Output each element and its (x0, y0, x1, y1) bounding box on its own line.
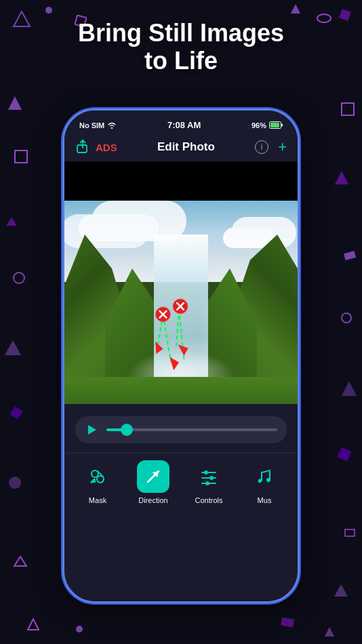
svg-marker-6 (8, 96, 22, 110)
svg-rect-20 (345, 529, 355, 536)
ads-button[interactable]: ADS (96, 142, 117, 153)
svg-point-51 (204, 470, 208, 475)
music-icon (255, 467, 274, 486)
svg-rect-7 (15, 150, 27, 163)
phone-frame: No SIM 7:08 AM 96% (62, 108, 300, 603)
svg-rect-24 (281, 618, 294, 627)
deco-shape-14 (14, 556, 27, 567)
tab-direction[interactable]: Direction (129, 460, 178, 504)
svg-point-55 (205, 481, 209, 485)
tab-music[interactable]: Mus (240, 460, 289, 504)
svg-point-53 (209, 476, 214, 480)
deco-shape-10 (12, 271, 26, 285)
svg-marker-25 (325, 627, 334, 637)
mask-icon (88, 467, 107, 486)
deco-shape-17 (343, 251, 357, 260)
svg-line-31 (176, 309, 179, 346)
deco-shape-19 (340, 380, 358, 397)
svg-rect-14 (342, 103, 354, 115)
svg-rect-11 (10, 407, 22, 419)
deco-shape-20 (338, 447, 351, 461)
svg-rect-16 (344, 251, 356, 260)
motion-path-svg (64, 201, 298, 404)
svg-marker-22 (28, 619, 39, 630)
status-bar: No SIM 7:08 AM 96% (64, 110, 298, 134)
share-icon[interactable] (75, 140, 90, 155)
deco-shape-23 (27, 618, 39, 630)
svg-marker-10 (5, 340, 21, 355)
deco-shape-15 (340, 102, 355, 117)
svg-point-9 (14, 273, 24, 283)
deco-shape-2 (44, 5, 54, 15)
play-button[interactable] (85, 423, 98, 437)
controls-icon (199, 467, 218, 486)
title-area: Bring Still Images to Life (0, 19, 362, 75)
direction-icon (144, 467, 163, 486)
app-navbar: ADS Edit Photo i + (64, 134, 298, 161)
music-label: Mus (258, 496, 272, 504)
svg-point-56 (266, 478, 270, 482)
svg-point-1 (45, 7, 52, 14)
photo-canvas[interactable] (64, 201, 298, 404)
nav-left: ADS (75, 140, 117, 155)
deco-shape-26 (324, 626, 335, 637)
svg-point-17 (342, 313, 351, 323)
deco-shape-25 (281, 618, 294, 627)
deco-shape-11 (3, 339, 22, 358)
svg-marker-21 (334, 584, 348, 597)
controls-label: Controls (195, 496, 223, 504)
mask-label: Mask (89, 496, 106, 504)
svg-point-12 (9, 477, 21, 489)
svg-rect-27 (270, 123, 279, 127)
plus-button[interactable]: + (278, 138, 287, 156)
deco-shape-9 (5, 217, 18, 226)
svg-marker-18 (342, 381, 357, 396)
svg-marker-3 (291, 4, 300, 14)
status-battery: 96% (252, 121, 283, 129)
deco-shape-16 (334, 169, 350, 186)
deco-shape-21 (344, 529, 355, 537)
controls-icon-bg (193, 460, 225, 493)
mask-icon-bg (81, 460, 114, 493)
black-spacer (64, 161, 298, 201)
playback-bar (75, 416, 287, 443)
svg-rect-28 (281, 124, 283, 127)
play-icon (86, 424, 97, 435)
deco-shape-8 (14, 149, 28, 164)
info-button[interactable]: i (255, 140, 268, 154)
direction-icon-bg (137, 460, 169, 493)
svg-marker-43 (88, 425, 96, 435)
deco-shape-4 (290, 3, 301, 14)
progress-track[interactable] (106, 428, 277, 431)
svg-marker-42 (169, 357, 179, 371)
svg-marker-8 (6, 218, 17, 226)
deco-shape-7 (7, 95, 23, 111)
deco-shape-22 (334, 583, 348, 598)
status-time: 7:08 AM (167, 120, 201, 130)
direction-label: Direction (138, 496, 167, 504)
controls-area (64, 404, 298, 453)
nav-right: i + (255, 138, 287, 156)
svg-marker-13 (14, 557, 26, 566)
wifi-icon (107, 122, 117, 129)
music-icon-bg (248, 460, 281, 493)
navbar-title: Edit Photo (157, 140, 215, 154)
status-carrier: No SIM (79, 121, 117, 129)
svg-point-23 (76, 626, 83, 632)
motion-paths (64, 201, 298, 404)
tab-controls[interactable]: Controls (184, 460, 233, 504)
deco-shape-24 (75, 624, 84, 634)
tab-bar: Mask Direction (64, 453, 298, 508)
progress-thumb[interactable] (121, 424, 133, 436)
deco-shape-13 (7, 475, 23, 491)
deco-shape-18 (340, 312, 353, 324)
battery-icon (269, 121, 283, 129)
svg-marker-15 (335, 171, 348, 184)
svg-rect-29 (77, 145, 87, 153)
main-title: Bring Still Images to Life (0, 19, 362, 75)
svg-marker-41 (178, 343, 190, 357)
tab-mask[interactable]: Mask (73, 460, 122, 504)
deco-shape-12 (10, 407, 22, 419)
svg-rect-19 (338, 447, 351, 461)
